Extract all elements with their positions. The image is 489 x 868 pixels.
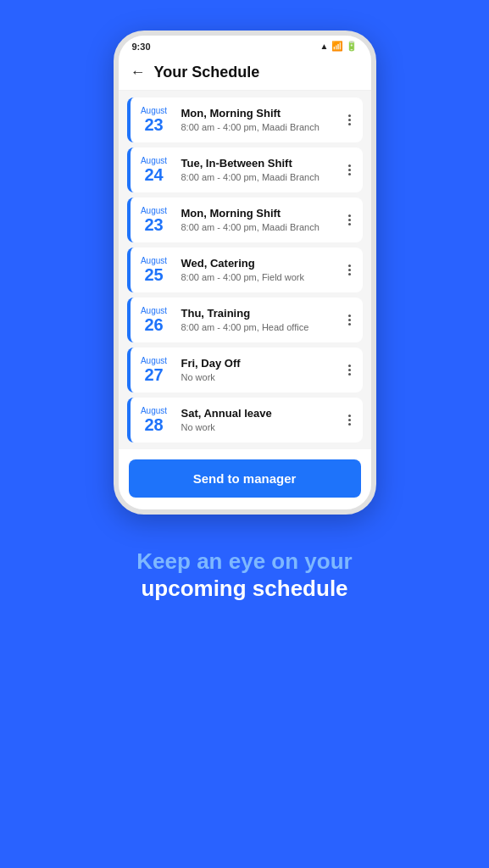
more-button-5[interactable] bbox=[343, 364, 356, 376]
time-display: 9:30 bbox=[132, 42, 151, 52]
item-details-3: Wed, Catering 8:00 am - 4:00 pm, Field w… bbox=[178, 257, 343, 283]
item-details-6: Sat, Annual leave No work bbox=[178, 407, 343, 433]
date-block-3: August 25 bbox=[131, 256, 178, 284]
schedule-item-1: August 24 Tue, In-Between Shift 8:00 am … bbox=[127, 147, 363, 192]
date-block-1: August 24 bbox=[131, 156, 178, 184]
item-subtitle-1: 8:00 am - 4:00 pm, Maadi Branch bbox=[181, 171, 343, 183]
month-3: August bbox=[141, 256, 167, 265]
day-0: 23 bbox=[144, 115, 163, 134]
schedule-item-2: August 23 Mon, Morning Shift 8:00 am - 4… bbox=[127, 198, 363, 242]
send-to-manager-button[interactable]: Send to manager bbox=[129, 459, 361, 498]
date-block-5: August 27 bbox=[131, 356, 178, 384]
month-5: August bbox=[141, 356, 167, 365]
date-block-6: August 28 bbox=[131, 406, 178, 434]
page-title: Your Schedule bbox=[154, 64, 260, 81]
more-button-4[interactable] bbox=[343, 314, 356, 326]
item-subtitle-5: No work bbox=[181, 371, 343, 383]
month-4: August bbox=[141, 306, 167, 315]
item-title-3: Wed, Catering bbox=[181, 257, 343, 271]
item-subtitle-2: 8:00 am - 4:00 pm, Maadi Branch bbox=[181, 221, 343, 233]
item-details-0: Mon, Morning Shift 8:00 am - 4:00 pm, Ma… bbox=[178, 107, 343, 133]
day-3: 25 bbox=[144, 265, 163, 284]
item-details-2: Mon, Morning Shift 8:00 am - 4:00 pm, Ma… bbox=[178, 207, 343, 233]
day-2: 23 bbox=[144, 215, 163, 234]
month-2: August bbox=[141, 206, 167, 215]
schedule-item-0: August 23 Mon, Morning Shift 8:00 am - 4… bbox=[127, 97, 363, 142]
item-subtitle-4: 8:00 am - 4:00 pm, Head office bbox=[181, 321, 343, 333]
day-1: 24 bbox=[144, 165, 163, 184]
month-1: August bbox=[141, 156, 167, 165]
item-subtitle-6: No work bbox=[181, 421, 343, 433]
item-title-5: Fri, Day Off bbox=[181, 357, 343, 371]
item-title-1: Tue, In-Between Shift bbox=[181, 157, 343, 171]
status-bar: 9:30 ▲ 📶 🔋 bbox=[119, 36, 371, 55]
item-title-4: Thu, Training bbox=[181, 307, 343, 321]
item-subtitle-0: 8:00 am - 4:00 pm, Maadi Branch bbox=[181, 121, 343, 133]
item-title-2: Mon, Morning Shift bbox=[181, 207, 343, 221]
app-header: ← Your Schedule bbox=[119, 55, 371, 91]
item-details-1: Tue, In-Between Shift 8:00 am - 4:00 pm,… bbox=[178, 157, 343, 183]
item-details-4: Thu, Training 8:00 am - 4:00 pm, Head of… bbox=[178, 307, 343, 333]
signal-icon: ▲ bbox=[320, 42, 329, 51]
more-button-0[interactable] bbox=[343, 114, 356, 125]
item-title-0: Mon, Morning Shift bbox=[181, 107, 343, 121]
more-button-3[interactable] bbox=[343, 264, 356, 275]
date-block-2: August 23 bbox=[131, 206, 178, 234]
back-button[interactable]: ← bbox=[131, 64, 146, 81]
date-block-4: August 26 bbox=[131, 306, 178, 334]
send-button-container: Send to manager bbox=[119, 449, 371, 509]
month-6: August bbox=[141, 406, 167, 415]
schedule-item-5: August 27 Fri, Day Off No work bbox=[127, 348, 363, 392]
schedule-list: August 23 Mon, Morning Shift 8:00 am - 4… bbox=[119, 91, 371, 449]
status-icons: ▲ 📶 🔋 bbox=[320, 41, 358, 52]
item-details-5: Fri, Day Off No work bbox=[178, 357, 343, 383]
schedule-item-6: August 28 Sat, Annual leave No work bbox=[127, 398, 363, 442]
battery-icon: 🔋 bbox=[346, 41, 358, 52]
wifi-icon: 📶 bbox=[331, 41, 343, 52]
schedule-item-4: August 26 Thu, Training 8:00 am - 4:00 p… bbox=[127, 298, 363, 342]
bottom-line1: Keep an eye on your bbox=[136, 548, 352, 575]
bottom-text: Keep an eye on your upcoming schedule bbox=[103, 548, 386, 604]
day-6: 28 bbox=[144, 415, 163, 434]
bottom-line2: upcoming schedule bbox=[136, 575, 352, 604]
more-button-2[interactable] bbox=[343, 214, 356, 225]
schedule-item-3: August 25 Wed, Catering 8:00 am - 4:00 p… bbox=[127, 248, 363, 292]
month-0: August bbox=[141, 106, 167, 115]
item-title-6: Sat, Annual leave bbox=[181, 407, 343, 421]
item-subtitle-3: 8:00 am - 4:00 pm, Field work bbox=[181, 271, 343, 283]
phone-frame: 9:30 ▲ 📶 🔋 ← Your Schedule August 23 Mon… bbox=[114, 31, 376, 515]
day-4: 26 bbox=[144, 315, 163, 334]
date-block-0: August 23 bbox=[131, 106, 178, 134]
more-button-1[interactable] bbox=[343, 164, 356, 175]
more-button-6[interactable] bbox=[343, 415, 356, 426]
day-5: 27 bbox=[144, 365, 163, 384]
